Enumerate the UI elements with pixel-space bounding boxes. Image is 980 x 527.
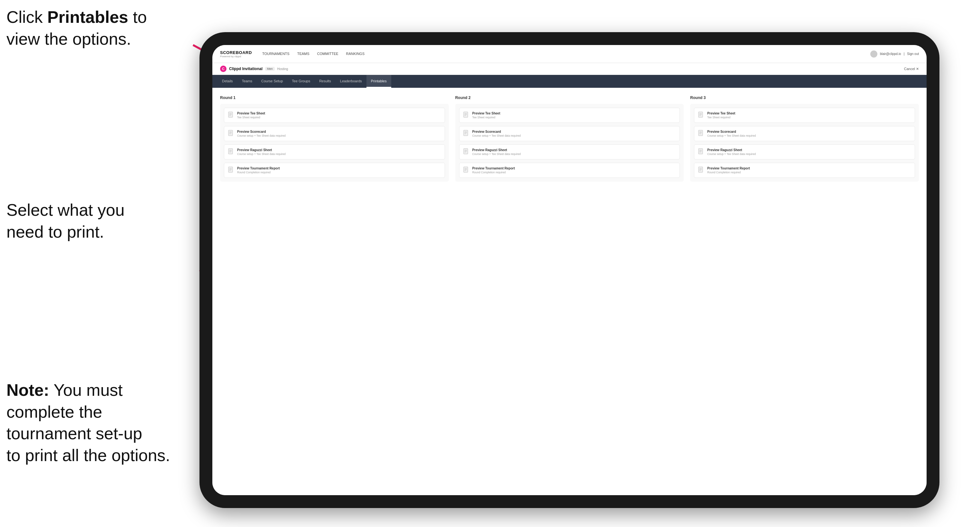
round3-scorecard-card[interactable]: Preview Scorecard Course setup + Tee She…	[694, 126, 915, 141]
tab-teams[interactable]: Teams	[237, 75, 257, 88]
tab-leaderboards[interactable]: Leaderboards	[336, 75, 366, 88]
round2-tee-sheet-title: Preview Tee Sheet	[472, 111, 500, 116]
round3-raguzzi-text: Preview Raguzzi Sheet Course setup + Tee…	[707, 148, 756, 156]
tournament-name: Clippd Invitational	[229, 67, 262, 71]
round1-raguzzi-title: Preview Raguzzi Sheet	[237, 148, 286, 152]
cancel-button[interactable]: Cancel ✕	[904, 67, 919, 71]
round-3-section: Round 3 Preview Tee Sheet Tee	[690, 95, 919, 182]
round2-report-title: Preview Tournament Report	[472, 166, 515, 170]
round1-tee-sheet-text: Preview Tee Sheet Tee Sheet required	[237, 111, 265, 119]
round3-report-text: Preview Tournament Report Round Completi…	[707, 166, 750, 174]
round2-raguzzi-text: Preview Raguzzi Sheet Course setup + Tee…	[472, 148, 521, 156]
tab-course-setup[interactable]: Course Setup	[257, 75, 287, 88]
rounds-grid: Round 1 Preview Tee Sheet Tee	[220, 95, 919, 182]
tablet-frame: SCOREBOARD Powered by clippd TOURNAMENTS…	[199, 32, 939, 508]
round2-scorecard-card[interactable]: Preview Scorecard Course setup + Tee She…	[459, 126, 680, 141]
round1-raguzzi-card[interactable]: Preview Raguzzi Sheet Course setup + Tee…	[224, 144, 445, 159]
round2-scorecard-subtitle: Course setup + Tee Sheet data required	[472, 134, 521, 138]
tournament-title: C Clippd Invitational Men Hosting	[220, 66, 288, 72]
round2-tee-sheet-card[interactable]: Preview Tee Sheet Tee Sheet required	[459, 108, 680, 123]
document-icon	[698, 148, 704, 155]
round3-scorecard-subtitle: Course setup + Tee Sheet data required	[707, 134, 756, 138]
round3-raguzzi-title: Preview Raguzzi Sheet	[707, 148, 756, 152]
document-icon	[228, 167, 234, 174]
round-1-section: Round 1 Preview Tee Sheet Tee	[220, 95, 449, 182]
main-content: Round 1 Preview Tee Sheet Tee	[212, 88, 927, 495]
round1-scorecard-title: Preview Scorecard	[237, 130, 286, 134]
round-1-title: Round 1	[220, 95, 449, 100]
instruction-bottom: Note: You mustcomplete thetournament set…	[6, 379, 170, 466]
nav-teams[interactable]: TEAMS	[297, 51, 310, 57]
round2-scorecard-title: Preview Scorecard	[472, 130, 521, 134]
tab-results[interactable]: Results	[315, 75, 336, 88]
round1-scorecard-card[interactable]: Preview Scorecard Course setup + Tee She…	[224, 126, 445, 141]
round3-report-subtitle: Round Completion required	[707, 171, 750, 174]
document-icon	[228, 148, 234, 155]
round3-tee-sheet-subtitle: Tee Sheet required	[707, 116, 735, 119]
round1-tee-sheet-card[interactable]: Preview Tee Sheet Tee Sheet required	[224, 108, 445, 123]
tab-printables[interactable]: Printables	[366, 75, 391, 88]
round1-report-title: Preview Tournament Report	[237, 166, 280, 170]
round-2-section: Round 2 Preview Tee Sheet Tee	[455, 95, 684, 182]
round3-raguzzi-subtitle: Course setup + Tee Sheet data required	[707, 152, 756, 156]
round-2-title: Round 2	[455, 95, 684, 100]
round3-scorecard-text: Preview Scorecard Course setup + Tee She…	[707, 130, 756, 138]
tab-tee-groups[interactable]: Tee Groups	[287, 75, 315, 88]
document-icon	[698, 111, 704, 119]
round2-report-card[interactable]: Preview Tournament Report Round Completi…	[459, 163, 680, 178]
round1-report-card[interactable]: Preview Tournament Report Round Completi…	[224, 163, 445, 178]
round-3-cards: Preview Tee Sheet Tee Sheet required	[690, 104, 919, 182]
nav-committee[interactable]: COMMITTEE	[317, 51, 339, 57]
document-icon	[463, 130, 469, 137]
round-1-cards: Preview Tee Sheet Tee Sheet required	[220, 104, 449, 182]
tablet-screen: SCOREBOARD Powered by clippd TOURNAMENTS…	[212, 45, 927, 495]
round3-tee-sheet-card[interactable]: Preview Tee Sheet Tee Sheet required	[694, 108, 915, 123]
round2-raguzzi-card[interactable]: Preview Raguzzi Sheet Course setup + Tee…	[459, 144, 680, 159]
instruction-mid: Select what youneed to print.	[6, 199, 124, 243]
round3-report-card[interactable]: Preview Tournament Report Round Completi…	[694, 163, 915, 178]
round-3-title: Round 3	[690, 95, 919, 100]
top-nav-right: blair@clippd.io | Sign out	[870, 51, 919, 57]
round2-raguzzi-title: Preview Raguzzi Sheet	[472, 148, 521, 152]
round1-scorecard-text: Preview Scorecard Course setup + Tee She…	[237, 130, 286, 138]
round3-tee-sheet-text: Preview Tee Sheet Tee Sheet required	[707, 111, 735, 119]
round3-report-title: Preview Tournament Report	[707, 166, 750, 170]
separator: |	[904, 52, 905, 56]
user-avatar	[870, 51, 877, 57]
round1-report-subtitle: Round Completion required	[237, 171, 280, 174]
tournament-category: Men	[265, 67, 275, 71]
instruction-top: Click Printables toview the options.	[6, 6, 147, 50]
tab-details[interactable]: Details	[218, 75, 237, 88]
sign-out-link[interactable]: Sign out	[907, 52, 919, 56]
round1-scorecard-subtitle: Course setup + Tee Sheet data required	[237, 134, 286, 138]
round2-tee-sheet-subtitle: Tee Sheet required	[472, 116, 500, 119]
document-icon	[698, 167, 704, 174]
round2-scorecard-text: Preview Scorecard Course setup + Tee She…	[472, 130, 521, 138]
document-icon	[228, 111, 234, 119]
logo-sub: Powered by clippd	[220, 55, 252, 58]
round3-raguzzi-card[interactable]: Preview Raguzzi Sheet Course setup + Tee…	[694, 144, 915, 159]
nav-rankings[interactable]: RANKINGS	[346, 51, 364, 57]
nav-tournaments[interactable]: TOURNAMENTS	[262, 51, 290, 57]
sub-header: C Clippd Invitational Men Hosting Cancel…	[212, 63, 927, 75]
tab-bar: Details Teams Course Setup Tee Groups Re…	[212, 75, 927, 88]
note-bold: Note:	[6, 381, 49, 399]
round3-tee-sheet-title: Preview Tee Sheet	[707, 111, 735, 116]
document-icon	[228, 130, 234, 137]
round1-raguzzi-subtitle: Course setup + Tee Sheet data required	[237, 152, 286, 156]
round3-scorecard-title: Preview Scorecard	[707, 130, 756, 134]
round1-tee-sheet-subtitle: Tee Sheet required	[237, 116, 265, 119]
round2-report-text: Preview Tournament Report Round Completi…	[472, 166, 515, 174]
user-email: blair@clippd.io	[880, 52, 901, 56]
document-icon	[463, 148, 469, 155]
round1-tee-sheet-title: Preview Tee Sheet	[237, 111, 265, 116]
top-nav: SCOREBOARD Powered by clippd TOURNAMENTS…	[212, 45, 927, 63]
tournament-status: Hosting	[277, 67, 288, 71]
round-2-cards: Preview Tee Sheet Tee Sheet required	[455, 104, 684, 182]
document-icon	[698, 130, 704, 137]
round2-raguzzi-subtitle: Course setup + Tee Sheet data required	[472, 152, 521, 156]
bold-printables: Printables	[47, 8, 128, 26]
document-icon	[463, 167, 469, 174]
scoreboard-logo: SCOREBOARD Powered by clippd	[220, 50, 252, 58]
tournament-icon: C	[220, 66, 226, 72]
